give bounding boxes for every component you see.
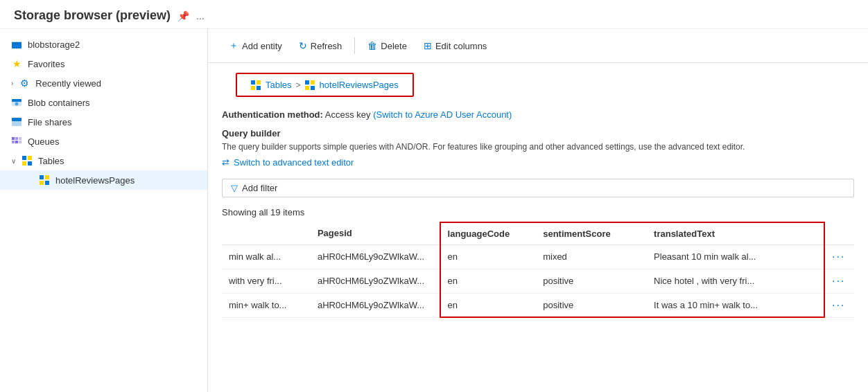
cell-row1-lang: en — [440, 244, 537, 269]
breadcrumb-tables[interactable]: Tables — [251, 80, 292, 90]
more-icon[interactable]: ... — [196, 10, 205, 21]
svg-rect-19 — [40, 181, 44, 185]
row3-more-icon[interactable]: ··· — [832, 299, 845, 311]
query-builder-section: Query builder The query builder supports… — [208, 125, 868, 176]
queue-icon — [11, 136, 22, 147]
auth-label: Authentication method: — [222, 109, 323, 120]
svg-rect-13 — [22, 156, 26, 160]
cell-row3-actions[interactable]: ··· — [824, 293, 854, 317]
table-row: min walk al... aHR0cHM6Ly9oZWlkaW... en … — [222, 244, 854, 269]
cell-row2-translated: Nice hotel , with very fri... — [647, 269, 824, 293]
col-header-translatedtext[interactable]: translatedText — [647, 222, 824, 245]
chevron-down-icon: ∨ — [11, 157, 16, 165]
cell-row2-actions[interactable]: ··· — [824, 269, 854, 293]
row1-more-icon[interactable]: ··· — [832, 251, 845, 262]
switch-editor-link[interactable]: ⇄ Switch to advanced text editor — [222, 157, 854, 168]
auth-section: Authentication method: Access key (Switc… — [208, 104, 868, 125]
svg-rect-14 — [28, 156, 32, 160]
delete-button[interactable]: 🗑 Delete — [361, 37, 414, 55]
sidebar-item-queues[interactable]: Queues — [0, 132, 207, 151]
svg-rect-27 — [305, 86, 309, 90]
sidebar-file-shares-label: File shares — [28, 117, 72, 127]
sidebar-blobstorage2-label: blobstorage2 — [28, 39, 80, 50]
cell-row2-lang: en — [440, 269, 537, 293]
folder-icon — [11, 39, 22, 50]
data-table-container: Pagesid languageCode sentimentScore tran… — [208, 222, 868, 392]
query-builder-desc: The query builder supports simple querie… — [222, 141, 854, 153]
sidebar-tables-label: Tables — [38, 156, 64, 166]
sidebar-favorites-label: Favorites — [28, 59, 64, 69]
sidebar-recently-viewed-label: Recently viewed — [35, 78, 101, 89]
cell-row3-col1: min+ walk to... — [222, 293, 311, 317]
add-entity-button[interactable]: ＋ Add entity — [222, 36, 289, 55]
refresh-icon: ↻ — [299, 40, 307, 51]
table-icon — [21, 155, 33, 166]
col-header-sentimentscore[interactable]: sentimentScore — [536, 222, 647, 245]
breadcrumb-current-label: hotelReviewsPages — [320, 80, 399, 90]
chevron-right-icon: › — [11, 80, 13, 87]
add-filter-button[interactable]: ▽ Add filter — [222, 179, 854, 197]
svg-rect-17 — [40, 175, 44, 179]
svg-rect-18 — [45, 175, 49, 179]
svg-rect-7 — [12, 137, 15, 140]
pin-icon[interactable]: 📌 — [177, 10, 189, 21]
cell-row1-sentiment: mixed — [536, 244, 647, 269]
sidebar-item-hotelReviewsPages[interactable]: hotelReviewsPages — [0, 170, 207, 190]
cell-row3-translated: It was a 10 min+ walk to... — [647, 293, 824, 317]
table-row: min+ walk to... aHR0cHM6Ly9oZWlkaW... en… — [222, 293, 854, 317]
cell-row3-sentiment: positive — [536, 293, 647, 317]
add-icon: ＋ — [229, 39, 238, 52]
sidebar-blob-containers-label: Blob containers — [28, 98, 90, 108]
refresh-button[interactable]: ↻ Refresh — [292, 37, 349, 55]
col-header-actions — [824, 222, 854, 245]
breadcrumb-current[interactable]: hotelReviewsPages — [305, 80, 399, 90]
svg-rect-26 — [311, 80, 315, 84]
col-header-languagecode[interactable]: languageCode — [440, 222, 537, 245]
cell-row3-lang: en — [440, 293, 537, 317]
sidebar-item-file-shares[interactable]: File shares — [0, 112, 207, 132]
sidebar-item-tables[interactable]: ∨ Tables — [0, 151, 207, 170]
fileshare-icon — [11, 116, 22, 127]
svg-rect-22 — [257, 80, 261, 84]
cell-row2-sentiment: positive — [536, 269, 647, 293]
svg-rect-23 — [251, 86, 255, 90]
query-builder-title: Query builder — [222, 128, 854, 139]
svg-rect-11 — [15, 141, 18, 143]
svg-rect-25 — [305, 80, 309, 84]
breadcrumb-wrapper: Tables > hotelReviewsPages — [208, 63, 868, 104]
sidebar-item-recently-viewed[interactable]: › ⚙ Recently viewed — [0, 73, 207, 93]
edit-columns-button[interactable]: ⊞ Edit columns — [417, 37, 494, 55]
col-header-pagesid[interactable]: Pagesid — [311, 222, 440, 245]
breadcrumb-separator: > — [296, 80, 301, 90]
svg-rect-10 — [12, 141, 15, 143]
sidebar-item-blob-containers[interactable]: Blob containers — [0, 93, 207, 112]
svg-rect-28 — [311, 86, 315, 90]
app-title: Storage browser (preview) — [14, 8, 171, 23]
auth-row: Authentication method: Access key (Switc… — [222, 109, 854, 120]
svg-rect-24 — [257, 86, 261, 90]
sidebar-item-blobstorage2[interactable]: blobstorage2 — [0, 35, 207, 54]
cell-row1-actions[interactable]: ··· — [824, 244, 854, 269]
auth-switch-link[interactable]: (Switch to Azure AD User Account) — [373, 109, 512, 120]
cell-row2-col1: with very fri... — [222, 269, 311, 293]
cell-row2-pagesid: aHR0cHM6Ly9oZWlkaW... — [311, 269, 440, 293]
row2-more-icon[interactable]: ··· — [832, 275, 845, 287]
settings-icon: ⚙ — [19, 78, 30, 89]
items-count: Showing all 19 items — [208, 203, 868, 222]
sidebar-item-favorites[interactable]: ★ Favorites — [0, 54, 207, 73]
sidebar-hotel-reviews-label: hotelReviewsPages — [55, 175, 134, 186]
svg-rect-21 — [251, 80, 255, 84]
svg-rect-9 — [19, 137, 21, 140]
cell-row1-translated: Pleasant 10 min walk al... — [647, 244, 824, 269]
svg-point-4 — [15, 103, 19, 106]
svg-rect-8 — [15, 137, 18, 140]
data-table: Pagesid languageCode sentimentScore tran… — [222, 222, 854, 319]
switch-editor-label: Switch to advanced text editor — [234, 157, 354, 168]
sidebar-queues-label: Queues — [28, 136, 60, 147]
auth-value-text: Access key — [325, 109, 371, 120]
cell-row1-col1: min walk al... — [222, 244, 311, 269]
star-icon: ★ — [11, 58, 22, 69]
sidebar: blobstorage2 ★ Favorites › ⚙ Recently vi… — [0, 29, 208, 392]
svg-rect-3 — [12, 99, 21, 102]
edit-columns-icon: ⊞ — [424, 40, 432, 51]
